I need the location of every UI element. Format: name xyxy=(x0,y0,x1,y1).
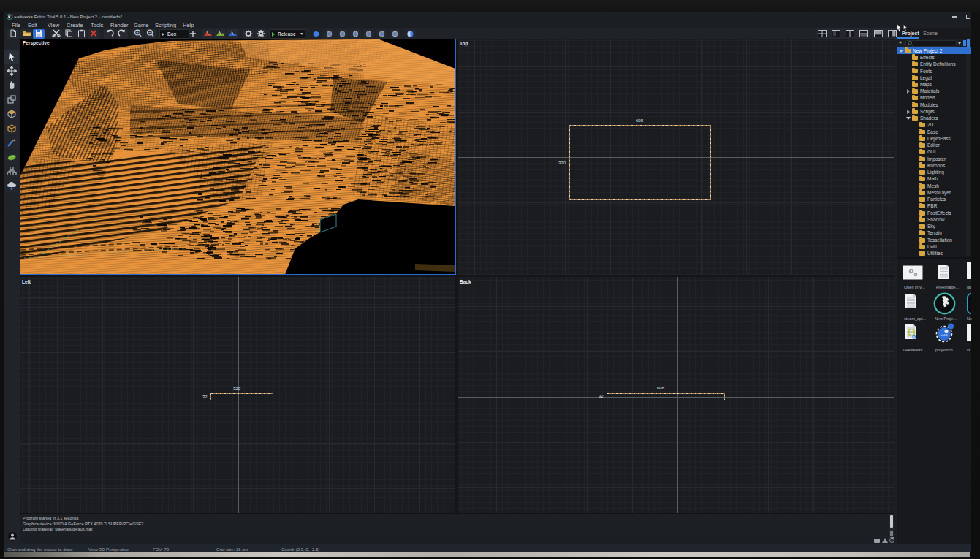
svg-text:Lua: Lua xyxy=(941,332,949,337)
